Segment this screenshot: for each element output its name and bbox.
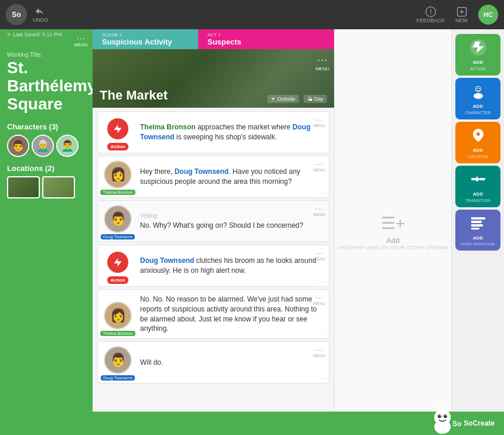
add-location-button[interactable]: Add LOCATION bbox=[455, 122, 500, 163]
story-item-2-text: Hey there, Doug Townsend. Have you notic… bbox=[140, 167, 322, 187]
resize-handle-1[interactable]: ⋯ bbox=[319, 145, 325, 152]
story-item-2-content: Hey there, Doug Townsend. Have you notic… bbox=[138, 156, 329, 197]
action-badge-1: Action bbox=[107, 143, 129, 150]
add-view-label: Add bbox=[386, 237, 400, 245]
story-item-2: 👩 Thelma Bronson Hey there, Doug Townsen… bbox=[97, 156, 329, 198]
story-structure-icon bbox=[469, 214, 487, 234]
story-item-3-menu[interactable]: ··· MENU bbox=[313, 204, 325, 217]
character-avatar-1[interactable]: 👨 bbox=[7, 135, 29, 157]
location-thumb-1[interactable] bbox=[7, 176, 40, 198]
avatar-face-6: 👨 bbox=[104, 346, 132, 374]
story-item-3-avatar: 👨 Doug Townsend bbox=[98, 201, 138, 242]
transition-icon bbox=[469, 170, 487, 190]
scene-act-header: SCENE 1 Suspicious Activity ACT 1 Suspec… bbox=[93, 29, 334, 49]
add-view-panel: ☰+ Add ANOTHER VIEW ON YOUR STORY STREAM bbox=[334, 29, 451, 435]
location-name: The Market bbox=[100, 88, 168, 103]
avatar-name-6: Doug Townsend bbox=[101, 375, 135, 381]
add-transition-button[interactable]: Add TRANSITION bbox=[455, 166, 500, 207]
story-item-4-content: Doug Townsend clutches his broom as he l… bbox=[138, 245, 329, 286]
avatar-name-5: Thelma Bronson bbox=[100, 331, 135, 336]
story-item-5: 👩 Thelma Bronson No. No. No reason to be… bbox=[97, 289, 329, 339]
avatar-face-3: 👨 bbox=[104, 205, 132, 233]
add-view-content[interactable]: ☰+ Add ANOTHER VIEW ON YOUR STORY STREAM bbox=[338, 214, 448, 251]
story-item-5-content: No. No. No reason to be alarmed. We've j… bbox=[138, 290, 329, 338]
logo[interactable]: So bbox=[6, 4, 27, 25]
project-title: St. Barthélemy Square bbox=[0, 59, 93, 118]
story-stream[interactable]: Action Thelma Bronson approaches the mar… bbox=[93, 108, 334, 435]
story-item-4-menu[interactable]: ··· MENU bbox=[313, 249, 325, 261]
characters-section: Characters (3) 👨 👨‍🦳 👨‍🦱 bbox=[0, 118, 93, 159]
svg-point-23 bbox=[445, 415, 447, 416]
sidebar: Last Saved: 5:11 PM ··· MENU Working Tit… bbox=[0, 29, 93, 435]
new-button[interactable]: NEW bbox=[455, 6, 468, 23]
svg-point-25 bbox=[437, 405, 439, 407]
scene-tab[interactable]: SCENE 1 Suspicious Activity bbox=[93, 29, 198, 49]
story-item-2-menu[interactable]: ··· MENU bbox=[313, 160, 325, 172]
svg-rect-13 bbox=[479, 178, 485, 180]
feedback-button[interactable]: FEEDBACK bbox=[416, 6, 445, 23]
yelling-label: Yelling bbox=[140, 213, 322, 219]
story-item-3: 👨 Doug Townsend Yelling No. Why? What's … bbox=[97, 200, 329, 242]
act-tab[interactable]: ACT 1 Suspects bbox=[198, 29, 334, 49]
mascot-icon bbox=[428, 406, 457, 435]
character-avatars: 👨 👨‍🦳 👨‍🦱 bbox=[7, 135, 86, 157]
location-banner: The Market ☀Outside 🌤Day ··· MENU bbox=[93, 49, 334, 108]
story-item-6-menu[interactable]: ··· MENU bbox=[313, 345, 325, 358]
resize-handle-4[interactable]: ⋯ bbox=[319, 279, 325, 285]
svg-point-20 bbox=[438, 415, 441, 418]
topbar: So UNDO FEEDBACK NEW HC bbox=[0, 0, 504, 29]
story-item-4-avatar: Action bbox=[98, 245, 138, 286]
svg-point-21 bbox=[444, 415, 447, 418]
avatar-name-3: Doug Townsend bbox=[101, 234, 135, 239]
story-item-6: 👨 Doug Townsend Will do. ··· MENU ⋯ bbox=[97, 341, 329, 383]
location-icon bbox=[469, 126, 487, 146]
add-story-structure-button[interactable]: Add STORY STRUCTURE bbox=[455, 210, 500, 251]
avatar-name-2: Thelma Bronson bbox=[100, 190, 135, 195]
sidebar-menu-button[interactable]: ··· MENU bbox=[74, 34, 88, 47]
story-item-1-content: Thelma Bronson approaches the market whe… bbox=[138, 112, 329, 153]
add-action-button[interactable]: Add ACTION bbox=[455, 34, 500, 76]
character-icon bbox=[469, 83, 487, 102]
locations-header: Locations (2) bbox=[7, 164, 86, 173]
location-tag-outside: ☀Outside bbox=[267, 95, 299, 103]
svg-point-9 bbox=[476, 88, 478, 89]
location-tag-day: 🌤Day bbox=[304, 95, 327, 103]
add-character-button[interactable]: Add CHARACTER bbox=[455, 78, 500, 119]
story-item-6-text: Will do. bbox=[140, 358, 322, 368]
svg-point-7 bbox=[474, 93, 483, 99]
story-item-5-menu[interactable]: ··· MENU bbox=[313, 293, 325, 306]
character-avatar-2[interactable]: 👨‍🦳 bbox=[32, 135, 54, 157]
resize-handle-2[interactable]: ⋯ bbox=[319, 190, 325, 196]
story-item-1: Action Thelma Bronson approaches the mar… bbox=[97, 111, 329, 153]
location-menu-button[interactable]: ··· MENU bbox=[315, 54, 329, 71]
story-item-1-text: Thelma Bronson approaches the market whe… bbox=[140, 122, 322, 142]
add-view-icon: ☰+ bbox=[381, 214, 405, 233]
character-avatar-3[interactable]: 👨‍🦱 bbox=[56, 135, 79, 157]
resize-handle-5[interactable]: ⋯ bbox=[319, 331, 325, 337]
location-tags: ☀Outside 🌤Day bbox=[267, 95, 327, 103]
resize-handle-3[interactable]: ⋯ bbox=[319, 234, 325, 241]
bottom-bar: So SoCreate bbox=[0, 412, 504, 435]
user-avatar[interactable]: HC bbox=[478, 5, 498, 25]
action-panel: Add ACTION Add CHARACTER bbox=[451, 29, 504, 435]
undo-button[interactable]: UNDO bbox=[33, 6, 49, 23]
svg-point-19 bbox=[434, 409, 451, 426]
characters-header: Characters (3) bbox=[7, 122, 86, 131]
story-item-5-avatar: 👩 Thelma Bronson bbox=[98, 290, 138, 338]
locations-section: Locations (2) bbox=[0, 159, 93, 201]
add-view-sublabel: ANOTHER VIEW ON YOUR STORY STREAM bbox=[338, 245, 448, 251]
story-item-1-avatar: Action bbox=[98, 112, 138, 153]
svg-rect-16 bbox=[471, 224, 483, 227]
story-item-1-menu[interactable]: ··· MENU bbox=[313, 115, 325, 128]
resize-handle-6[interactable]: ⋯ bbox=[319, 375, 325, 382]
story-item-4-text: Doug Townsend clutches his broom as he l… bbox=[140, 256, 322, 276]
svg-rect-14 bbox=[471, 217, 485, 220]
story-item-5-text: No. No. No reason to be alarmed. We've j… bbox=[140, 294, 322, 334]
svg-point-27 bbox=[446, 405, 448, 407]
action-icon-1 bbox=[107, 118, 128, 139]
svg-point-11 bbox=[476, 132, 480, 136]
story-item-6-content: Will do. bbox=[138, 342, 329, 383]
topbar-right: FEEDBACK NEW HC bbox=[416, 5, 498, 25]
svg-point-22 bbox=[440, 415, 441, 416]
location-thumb-2[interactable] bbox=[42, 176, 75, 198]
